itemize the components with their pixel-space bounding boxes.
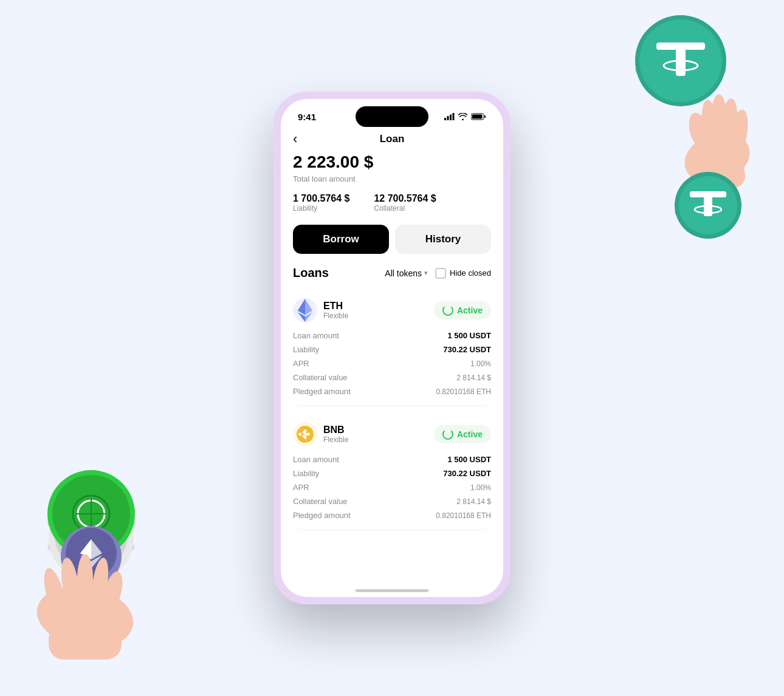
eth-liability-value: 730.22 USDT	[443, 345, 491, 354]
svg-point-42	[77, 554, 93, 605]
eth-collateral-value-label: Collateral value	[293, 373, 348, 382]
signal-icon	[444, 113, 455, 120]
eth-token-icon	[293, 298, 317, 322]
bnb-apr-label: APR	[293, 483, 309, 492]
eth-status-spinner	[442, 305, 453, 316]
svg-point-27	[47, 536, 135, 558]
liability-label: Liability	[293, 204, 349, 213]
eth-loan-details: Loan amount 1 500 USDT Liability 730.22 …	[293, 330, 491, 397]
back-button[interactable]: ‹	[293, 131, 297, 147]
bnb-status-badge: Active	[434, 425, 491, 443]
svg-point-19	[686, 111, 713, 151]
hand-left	[18, 538, 152, 660]
svg-point-21	[675, 203, 741, 222]
eth-pledged-label: Pledged amount	[293, 387, 351, 396]
home-indicator	[356, 589, 428, 592]
content-area: 2 223.00 $ Total loan amount 1 700.5764 …	[281, 152, 503, 590]
svg-point-15	[726, 108, 751, 159]
svg-point-33	[73, 496, 109, 532]
eth-collateral-value-row: Collateral value 2 814.14 $	[293, 372, 491, 383]
eth-loan-amount-row: Loan amount 1 500 USDT	[293, 330, 491, 341]
svg-point-8	[635, 58, 726, 82]
eth-liability-row: Liability 730.22 USDT	[293, 344, 491, 355]
eth-status-badge: Active	[434, 301, 491, 319]
history-tab[interactable]: History	[395, 225, 491, 254]
status-icons	[444, 113, 486, 120]
scene: 9:41	[0, 0, 784, 696]
svg-point-18	[700, 99, 718, 144]
eth-apr-label: APR	[293, 359, 309, 368]
green-coin-left	[36, 465, 146, 575]
scrollable-content[interactable]: 2 223.00 $ Total loan amount 1 700.5764 …	[281, 152, 503, 597]
svg-rect-5	[484, 115, 486, 118]
eth-pledged-value: 0.82010168 ETH	[436, 387, 491, 396]
svg-point-40	[40, 566, 70, 619]
total-amount: 2 223.00 $	[293, 152, 491, 172]
bnb-loan-amount-row: Loan amount 1 500 USDT	[293, 454, 491, 465]
loan-card-eth[interactable]: ETH Flexible Active Loan amou	[293, 290, 491, 406]
bnb-status-spinner	[442, 429, 453, 440]
eth-token-info: ETH Flexible	[323, 301, 348, 320]
svg-rect-20	[696, 150, 747, 194]
svg-point-41	[59, 557, 81, 607]
svg-point-22	[675, 172, 741, 239]
bnb-loan-amount-value: 1 500 USDT	[447, 455, 491, 464]
svg-point-31	[47, 470, 135, 558]
tabs: Borrow History	[293, 225, 491, 254]
phone-screen: 9:41	[281, 99, 503, 597]
svg-rect-1	[447, 116, 449, 120]
bnb-apr-value: 1.00%	[470, 483, 491, 492]
bnb-apr-row: APR 1.00%	[293, 482, 491, 493]
stat-collateral: 12 700.5764 $ Collateral	[374, 193, 436, 213]
hide-closed-checkbox[interactable]	[435, 268, 446, 279]
stat-liability: 1 700.5764 $ Liability	[293, 193, 349, 213]
token-filter-button[interactable]: All tokens ▾	[385, 268, 428, 278]
bnb-loan-amount-label: Loan amount	[293, 455, 339, 464]
tether-coin-mid	[669, 170, 748, 249]
loan-list: ETH Flexible Active Loan amou	[293, 290, 491, 530]
hand-right	[644, 61, 766, 194]
hide-closed-toggle[interactable]: Hide closed	[435, 268, 491, 279]
bnb-liability-row: Liability 730.22 USDT	[293, 468, 491, 479]
svg-rect-45	[49, 623, 122, 660]
liability-value: 1 700.5764 $	[293, 193, 349, 204]
wifi-icon	[458, 113, 467, 120]
svg-rect-11	[656, 43, 705, 50]
status-time: 9:41	[298, 112, 316, 122]
bnb-collateral-value-label: Collateral value	[293, 497, 348, 506]
svg-point-26	[695, 206, 721, 213]
filter-label: All tokens	[385, 268, 422, 278]
bnb-collateral-value-value: 2 814.14 $	[456, 497, 491, 506]
bnb-pledged-row: Pledged amount 0.82010168 ETH	[293, 510, 491, 521]
chevron-down-icon: ▾	[424, 269, 428, 277]
collateral-label: Collateral	[374, 204, 436, 213]
bnb-pledged-value: 0.82010168 ETH	[436, 511, 491, 520]
loan-card-bnb-header: BNB Flexible Active	[293, 422, 491, 446]
tether-coin-top	[626, 12, 735, 121]
eth-loan-amount-value: 1 500 USDT	[447, 331, 491, 340]
bnb-liability-value: 730.22 USDT	[443, 469, 491, 478]
loan-card-bnb[interactable]: BNB Flexible Active Loan amou	[293, 414, 491, 530]
svg-point-37	[61, 526, 122, 587]
svg-point-16	[720, 98, 740, 145]
svg-rect-3	[453, 113, 455, 120]
svg-point-23	[679, 176, 737, 234]
app-header: ‹ Loan	[281, 126, 503, 152]
eth-liability-label: Liability	[293, 345, 319, 354]
hide-closed-label: Hide closed	[450, 268, 491, 278]
eth-loan-amount-label: Loan amount	[293, 331, 339, 340]
svg-rect-6	[472, 115, 483, 119]
bnb-collateral-value-row: Collateral value 2 814.14 $	[293, 496, 491, 507]
battery-icon	[471, 113, 486, 120]
bnb-token-name: BNB	[323, 425, 348, 435]
svg-point-14	[678, 124, 757, 193]
bnb-loan-details: Loan amount 1 500 USDT Liability 730.22 …	[293, 454, 491, 521]
bnb-token-info: BNB Flexible	[323, 425, 348, 444]
bnb-liability-label: Liability	[293, 469, 319, 478]
svg-rect-2	[450, 115, 452, 121]
stats-row: 1 700.5764 $ Liability 12 700.5764 $ Col…	[293, 193, 491, 213]
svg-rect-0	[444, 118, 446, 120]
borrow-tab[interactable]: Borrow	[293, 225, 389, 254]
svg-point-28	[49, 496, 134, 581]
total-label: Total loan amount	[293, 174, 491, 183]
